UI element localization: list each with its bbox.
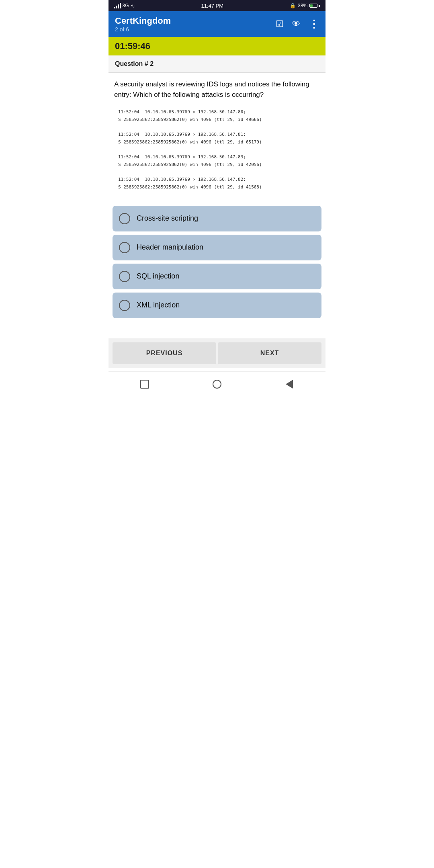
options-container: Cross-site scripting Header manipulation… bbox=[108, 202, 326, 322]
option-c-label: SQL injection bbox=[137, 272, 179, 280]
log-line-6: S 2585925862:2585925862(0) win 4096 (ttl… bbox=[118, 161, 316, 169]
radio-b bbox=[119, 242, 130, 253]
more-options-icon[interactable]: ⋮ bbox=[309, 18, 319, 31]
question-header: Question # 2 bbox=[108, 55, 326, 73]
bookmark-icon[interactable]: ☑ bbox=[276, 19, 284, 29]
timer-bar: 01:59:46 bbox=[108, 37, 326, 55]
log-line-1: 11:52:04 10.10.10.65.39769 > 192.168.50.… bbox=[118, 108, 316, 116]
status-bar-left: 3G ∿ bbox=[114, 3, 135, 9]
log-line-8: S 2585925862:2585925862(0) win 4096 (ttl… bbox=[118, 184, 316, 191]
app-subtitle: 2 of 6 bbox=[115, 26, 171, 33]
option-d-label: XML injection bbox=[137, 301, 180, 309]
app-header: CertKingdom 2 of 6 ☑ 👁 ⋮ bbox=[108, 11, 326, 37]
radio-d bbox=[119, 300, 130, 311]
next-button[interactable]: NEXT bbox=[218, 342, 321, 364]
option-b-label: Header manipulation bbox=[137, 243, 203, 252]
option-a[interactable]: Cross-site scripting bbox=[113, 206, 321, 231]
option-c[interactable]: SQL injection bbox=[113, 264, 321, 289]
timer-display: 01:59:46 bbox=[115, 41, 150, 51]
network-type: 3G bbox=[123, 3, 129, 8]
eye-icon[interactable]: 👁 bbox=[292, 19, 301, 29]
square-icon bbox=[140, 380, 149, 389]
log-line-3: 11:52:04 10.10.10.65.39769 > 192.168.50.… bbox=[118, 131, 316, 139]
back-button[interactable] bbox=[283, 378, 295, 390]
circle-icon bbox=[213, 380, 221, 389]
log-line-2: S 2585925862:2585925862(0) win 4096 (ttl… bbox=[118, 116, 316, 124]
radio-a bbox=[119, 213, 130, 224]
wifi-icon: ∿ bbox=[131, 3, 135, 9]
option-d[interactable]: XML injection bbox=[113, 293, 321, 318]
option-b[interactable]: Header manipulation bbox=[113, 235, 321, 260]
battery-icon bbox=[309, 4, 320, 8]
back-arrow-icon bbox=[286, 380, 293, 389]
question-text: A security analyst is reviewing IDS logs… bbox=[114, 79, 320, 100]
option-a-label: Cross-site scripting bbox=[137, 214, 198, 223]
home-circle-button[interactable] bbox=[211, 378, 223, 390]
log-line-7: 11:52:04 10.10.10.65.39769 > 192.168.50.… bbox=[118, 176, 316, 184]
question-number: Question # 2 bbox=[115, 60, 154, 67]
log-line-4: S 2585925862:2585925862(0) win 4096 (ttl… bbox=[118, 139, 316, 146]
radio-c bbox=[119, 271, 130, 282]
home-square-button[interactable] bbox=[139, 378, 151, 390]
android-nav-bar bbox=[108, 371, 326, 397]
app-header-left: CertKingdom 2 of 6 bbox=[115, 16, 171, 33]
battery-percent: 38% bbox=[298, 3, 307, 8]
log-line-5: 11:52:04 10.10.10.65.39769 > 192.168.50.… bbox=[118, 154, 316, 161]
previous-button[interactable]: PREVIOUS bbox=[113, 342, 216, 364]
status-time: 11:47 PM bbox=[201, 3, 223, 9]
app-header-right: ☑ 👁 ⋮ bbox=[276, 18, 319, 31]
app-title: CertKingdom bbox=[115, 16, 171, 26]
status-bar-right: 🔒 38% bbox=[290, 3, 320, 8]
status-bar: 3G ∿ 11:47 PM 🔒 38% bbox=[108, 0, 326, 11]
signal-bars-icon bbox=[114, 3, 121, 8]
lock-icon: 🔒 bbox=[290, 3, 296, 8]
question-body: A security analyst is reviewing IDS logs… bbox=[108, 73, 326, 202]
log-block: 11:52:04 10.10.10.65.39769 > 192.168.50.… bbox=[114, 105, 320, 194]
bottom-nav: PREVIOUS NEXT bbox=[108, 338, 326, 368]
